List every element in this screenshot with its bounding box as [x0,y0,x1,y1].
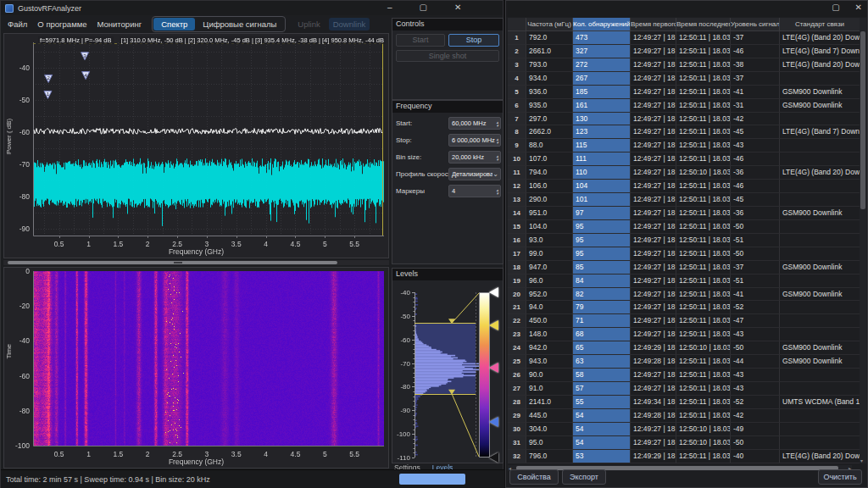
maximize-button[interactable]: ▢ [416,2,431,13]
controls-group: Controls Start Stop Single shot [392,18,504,100]
cursor-readout: f=5971.8 MHz | P=-94 dB [38,36,114,44]
table-row[interactable]: 23148.06812:49:27 | 18.0312:50:11 | 18.0… [508,328,860,341]
table-row[interactable]: 3793.027212:49:27 | 18.0312:50:11 | 18.0… [508,58,860,72]
table-maximize-button[interactable]: ▢ [832,3,839,12]
table-v-scrollbar-thumb[interactable] [860,31,865,209]
spinner-buttons-icon[interactable]: ▴▾ [496,137,500,144]
menu-item-file[interactable]: Файл [8,19,27,29]
table-v-scrollbar[interactable]: ▾ [860,18,866,463]
spectrum-scrollbar-thumb[interactable] [8,261,337,264]
table-row[interactable]: 4934.026712:49:27 | 18.0312:50:11 | 18.0… [508,72,860,86]
levels-histogram[interactable] [392,280,503,463]
speed-profile-label: Профиль скорости [396,170,455,178]
table-row[interactable]: 11794.011012:49:27 | 18.0312:50:10 | 18.… [508,166,860,180]
table-row[interactable]: 1693.09512:49:27 | 18.0312:50:11 | 18.03… [508,234,860,247]
frequency-group: Frequency Start: 60,000 MHz ▴▾ Stop: 6 0… [392,100,504,264]
properties-button[interactable]: Свойства [509,469,559,485]
markers-count-input[interactable]: 4 ▴▾ [448,185,501,197]
menu-item-monitoring[interactable]: Мониторинг [97,19,142,29]
waterfall-y-axis-label: Time [5,344,13,358]
table-close-button[interactable]: ✕ [855,3,862,12]
tab-downlink[interactable]: Downlink [329,18,370,30]
table-row[interactable]: 15104.09512:49:27 | 18.0312:50:11 | 18.0… [508,220,860,234]
header-frequency[interactable]: Частота (мГц) [526,18,573,31]
spectrum-y-axis-label: Power ( dB) [5,119,13,154]
table-row[interactable]: 20952.08212:49:27 | 18.0312:50:11 | 18.0… [508,288,860,302]
table-h-scrollbar[interactable]: ◂ ▸ [508,465,852,471]
table-row[interactable]: 6935.016112:49:27 | 18.0312:50:11 | 18.0… [508,99,860,113]
level-handle-yellow[interactable] [489,320,498,330]
stop-button[interactable]: Stop [448,34,499,47]
markers-count-label: Маркеры [396,187,425,195]
table-row[interactable]: 10107.011112:49:27 | 18.0312:50:11 | 18.… [508,152,860,166]
header-first-time[interactable]: Время первого [631,18,676,31]
frequency-header: Frequency [392,101,503,113]
table-row[interactable]: 3195.05412:49:27 | 18.0312:50:10 | 18.03… [508,436,860,450]
table-row[interactable]: 2791.05712:49:27 | 18.0312:50:11 | 18.03… [508,382,860,396]
tab-uplink[interactable]: Uplink [298,19,320,29]
spinner-buttons-icon[interactable]: ▴▾ [496,154,500,161]
levels-header: Levels [392,269,503,280]
speed-profile-select[interactable]: Детализированный ⌄ [448,168,501,180]
stop-frequency-label: Stop: [396,136,412,144]
table-row[interactable]: 1792.047312:49:27 | 18.0312:50:11 | 18.0… [508,31,860,45]
minimize-button[interactable]: – [384,2,396,13]
level-handle-blue[interactable] [489,417,498,427]
spinner-buttons-icon[interactable]: ▴▾ [496,188,500,195]
spectrum-plot[interactable] [4,34,388,258]
spinner-buttons-icon[interactable]: ▴▾ [496,120,500,127]
table-row[interactable]: 22450.07112:49:27 | 18.0312:50:11 | 18.0… [508,314,860,328]
clear-button[interactable]: Очистить [818,469,862,485]
header-signal-level[interactable]: Уровень сигнала [731,18,780,31]
header-standard[interactable]: Стандарт связи [780,18,860,31]
close-button[interactable]: ✕ [451,2,465,13]
export-button[interactable]: Экспорт [562,469,606,485]
table-row[interactable]: 1996.08412:49:27 | 18.0312:50:11 | 18.03… [508,274,860,288]
waterfall-panel: Time Frequency (GHz) [3,267,389,469]
start-frequency-input[interactable]: 60,000 MHz ▴▾ [448,117,501,130]
row-number-header [508,18,526,31]
table-row[interactable]: 5936.018512:49:27 | 18.0312:50:11 | 18.0… [508,86,860,99]
tab-digital-signals[interactable]: Цифровые сигналы [195,18,284,30]
table-row[interactable]: 988.011512:49:27 | 18.0312:50:11 | 18.03… [508,139,860,152]
table-row[interactable]: 282141.05512:49:34 | 18.0312:50:11 | 18.… [508,396,860,409]
tab-spectrum[interactable]: Спектр [153,18,195,30]
table-row[interactable]: 32796.05312:49:29 | 18.0312:50:11 | 18.0… [508,450,860,463]
table-row[interactable]: 82662.012312:49:27 | 18.0312:50:11 | 18.… [508,125,860,139]
header-detections-count[interactable]: Кол. обнаружений ↓ [573,18,631,31]
waterfall-plot[interactable] [4,268,388,468]
detections-table-window: ▢ ✕ Частота (мГц) Кол. обнаружений ↓ Вре… [505,0,868,488]
view-tab-group: Спектр Цифровые сигналы [152,16,286,32]
table-row[interactable]: 30304.05412:49:27 | 18.0312:50:10 | 18.0… [508,423,860,436]
spectrum-scrollbar[interactable] [3,260,389,265]
table-header-row: Частота (мГц) Кол. обнаружений ↓ Время п… [508,18,860,31]
levels-group: Levels [392,268,504,463]
waterfall-x-axis-label: Frequency (GHz) [4,458,388,466]
table-row[interactable]: 25943.06312:49:28 | 18.0312:50:11 | 18.0… [508,355,860,369]
table-row[interactable]: 12106.010412:49:27 | 18.0312:50:11 | 18.… [508,180,860,193]
stop-frequency-input[interactable]: 6 000,000 MHz ▴▾ [448,134,501,147]
table-row[interactable]: 22661.032712:49:27 | 18.0312:50:11 | 18.… [508,45,860,58]
table-row[interactable]: 13290.010112:49:27 | 18.0312:50:11 | 18.… [508,193,860,207]
level-handle-white[interactable] [489,287,498,297]
single-shot-button[interactable]: Single shot [396,50,499,62]
main-window: GustovRFAnalyzer – ▢ ✕ Файл О программе … [0,0,504,488]
level-handle-black[interactable] [489,452,498,463]
bin-size-input[interactable]: 20,000 kHz ▴▾ [448,151,501,164]
chevron-down-icon: ⌄ [492,170,500,178]
table-row[interactable]: 24942.06512:49:29 | 18.0312:50:10 | 18.0… [508,341,860,355]
table-row[interactable]: 7297.013012:49:27 | 18.0312:50:11 | 18.0… [508,113,860,126]
menu-item-about[interactable]: О программе [37,19,86,29]
start-button[interactable]: Start [396,34,445,47]
table-row[interactable]: 2194.07912:49:27 | 18.0312:50:11 | 18.03… [508,301,860,314]
table-row[interactable]: 14951.09712:49:27 | 18.0312:50:11 | 18.0… [508,207,860,220]
table-row[interactable]: 1799.09512:49:27 | 18.0312:50:11 | 18.03… [508,247,860,261]
spectrum-panel: f=5971.8 MHz | P=-94 dB [1] 310.0 MHz, -… [3,33,389,258]
controls-header: Controls [392,19,503,30]
level-handle-pink[interactable] [489,363,498,373]
start-frequency-label: Start: [396,119,412,127]
table-row[interactable]: 2690.05812:49:27 | 18.0312:50:11 | 18.03… [508,369,860,382]
header-last-time[interactable]: Время последнего [676,18,731,31]
table-row[interactable]: 29445.05412:49:28 | 18.0312:50:11 | 18.0… [508,409,860,423]
table-row[interactable]: 18947.08512:49:27 | 18.0312:50:11 | 18.0… [508,261,860,274]
